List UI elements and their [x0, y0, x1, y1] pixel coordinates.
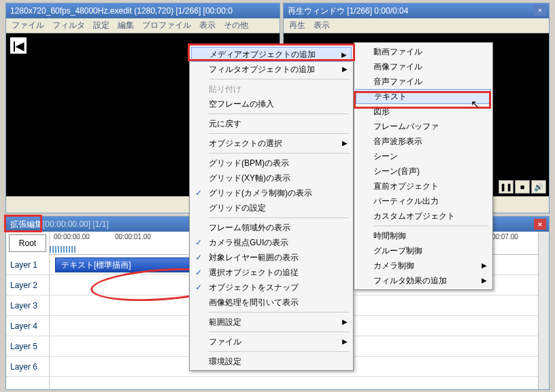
menu-view[interactable]: 表示: [199, 20, 216, 31]
submenu-media-object[interactable]: 動画ファイル画像ファイル音声ファイルテキスト図形フレームバッファ音声波形表示シー…: [354, 42, 493, 290]
submenu-item[interactable]: テキスト: [356, 89, 491, 104]
home-button[interactable]: |◀: [10, 37, 27, 54]
playback-titlebar: 再生ウィンドウ [1/266] 0:00/0:04 ×: [284, 3, 549, 18]
ctx-separator: [209, 113, 349, 114]
pb-menu-play[interactable]: 再生: [289, 20, 305, 31]
ctx-item[interactable]: 元に戻す: [191, 116, 352, 131]
submenu-item[interactable]: 動画ファイル: [356, 44, 491, 59]
check-icon: ✓: [195, 253, 205, 262]
stop-icon: ■: [520, 183, 525, 191]
home-icon: |◀: [13, 39, 24, 52]
submenu-item[interactable]: カスタムオブジェクト: [356, 209, 491, 224]
ctx-item[interactable]: 範囲設定▶: [191, 315, 352, 329]
submenu-item[interactable]: 音声ファイル: [356, 74, 491, 89]
ctx-separator: [209, 217, 349, 218]
menu-file[interactable]: ファイル: [12, 20, 44, 31]
pause-button[interactable]: ❚❚: [499, 180, 514, 194]
timeline-root-button[interactable]: Root: [9, 234, 46, 252]
layer-label-3[interactable]: Layer 3: [6, 296, 49, 316]
ctx-separator: [209, 312, 349, 313]
sound-icon: 🔊: [534, 183, 543, 192]
ctx-separator: [209, 133, 349, 134]
pause-icon: ❚❚: [500, 183, 512, 192]
submenu-item[interactable]: パーティクル出力: [356, 194, 491, 209]
ctx-item[interactable]: ファイル▶: [191, 334, 352, 349]
ctx-item[interactable]: オブジェクトをスナップ✓: [191, 280, 352, 295]
timeline-close-button[interactable]: ×: [534, 219, 546, 230]
chevron-right-icon: ▶: [341, 51, 347, 58]
menu-profile[interactable]: プロファイル: [142, 20, 191, 31]
sound-button[interactable]: 🔊: [531, 180, 546, 194]
ctx-item[interactable]: フィルタオブジェクトの追加▶: [191, 62, 352, 77]
ctx-item[interactable]: グリッド(BPM)の表示: [191, 156, 352, 171]
chevron-right-icon: ▶: [482, 277, 487, 284]
chevron-right-icon: ▶: [342, 65, 348, 73]
ctx-item[interactable]: 選択オブジェクトの追従✓: [191, 265, 352, 280]
ctx-item[interactable]: グリッドの設定: [191, 200, 352, 215]
main-title-text: 1280x720_60fps_48000Hz.exedit (1280,720)…: [10, 6, 233, 16]
pb-menu-view[interactable]: 表示: [314, 20, 330, 31]
submenu-item[interactable]: フレームバッファ: [356, 119, 491, 134]
submenu-item[interactable]: 図形: [356, 104, 491, 119]
submenu-item[interactable]: カメラ制御▶: [356, 258, 491, 273]
chevron-right-icon: ▶: [482, 262, 487, 269]
ctx-item[interactable]: 空フレームの挿入: [191, 96, 352, 111]
menu-other[interactable]: その他: [224, 20, 248, 31]
timeline-scrollbar-vertical[interactable]: [538, 232, 549, 389]
ruler-tick-0: 00:00:00.00: [54, 233, 90, 240]
playback-menubar: 再生 表示: [284, 18, 549, 33]
menu-filter[interactable]: フィルタ: [52, 20, 85, 31]
submenu-item[interactable]: 画像ファイル: [356, 59, 491, 74]
chevron-right-icon: ▶: [342, 338, 348, 345]
ctx-item[interactable]: 対象レイヤー範囲の表示✓: [191, 250, 352, 265]
playback-controls: ❚❚ ■ 🔊: [499, 180, 546, 194]
main-titlebar: 1280x720_60fps_48000Hz.exedit (1280,720)…: [6, 3, 280, 18]
ctx-separator: [209, 332, 349, 332]
main-menubar: ファイル フィルタ 設定 編集 プロファイル 表示 その他: [6, 18, 280, 33]
check-icon: ✓: [195, 188, 205, 198]
ctx-separator: [209, 153, 349, 154]
menu-edit[interactable]: 編集: [118, 20, 134, 31]
chevron-right-icon: ▶: [342, 139, 348, 147]
timeline-title-text: 拡張編集: [10, 219, 43, 230]
submenu-item[interactable]: 時間制御: [356, 228, 491, 243]
ctx-separator: [209, 79, 349, 79]
ctx-item[interactable]: 環境設定: [191, 354, 352, 369]
layer-label-4[interactable]: Layer 4: [6, 316, 49, 336]
menu-settings[interactable]: 設定: [93, 20, 110, 31]
ctx-item: 貼り付け: [191, 82, 352, 96]
clip-label: テキスト[標準描画]: [61, 260, 131, 271]
ctx-item[interactable]: グリッド(XY軸)の表示: [191, 171, 352, 185]
ctx-item[interactable]: グリッド(カメラ制御)の表示✓: [191, 185, 352, 200]
clip-text-object[interactable]: テキスト[標準描画]: [55, 257, 191, 272]
context-menu[interactable]: メディアオブジェクトの追加▶フィルタオブジェクトの追加▶貼り付け空フレームの挿入…: [189, 45, 354, 371]
submenu-item[interactable]: シーン(音声): [356, 164, 491, 179]
timeline-info: [00:00:00.00] [1/1]: [43, 219, 109, 229]
ctx-item[interactable]: フレーム領域外の表示: [191, 220, 352, 235]
ctx-item[interactable]: メディアオブジェクトの追加▶: [191, 47, 352, 62]
ctx-item[interactable]: 画像処理を間引いて表示: [191, 295, 352, 310]
playback-close-button[interactable]: ×: [534, 5, 546, 16]
submenu-item[interactable]: フィルタ効果の追加▶: [356, 273, 491, 288]
timeline-layer-column: Root Layer 1 Layer 2 Layer 3 Layer 4 Lay…: [6, 232, 50, 391]
check-icon: ✓: [195, 268, 205, 277]
layer-label-5[interactable]: Layer 5: [6, 336, 49, 357]
ctx-item[interactable]: カメラ視点GUIの表示✓: [191, 235, 352, 250]
layer-label-2[interactable]: Layer 2: [6, 275, 49, 296]
check-icon: ✓: [195, 238, 205, 247]
check-icon: ✓: [195, 283, 205, 292]
ctx-separator: [209, 351, 349, 352]
layer-label-1[interactable]: Layer 1: [6, 255, 49, 275]
root-label: Root: [19, 238, 36, 248]
submenu-item[interactable]: 音声波形表示: [356, 134, 491, 149]
chevron-right-icon: ▶: [342, 318, 348, 325]
submenu-item[interactable]: シーン: [356, 149, 491, 164]
submenu-item[interactable]: グループ制御: [356, 243, 491, 258]
playback-title-text: 再生ウィンドウ [1/266] 0:00/0:04: [288, 5, 408, 17]
submenu-separator: [373, 226, 488, 226]
ruler-tick-1: 00:00:01.00: [115, 233, 151, 240]
layer-label-6[interactable]: Layer 6: [6, 357, 49, 377]
ctx-item[interactable]: オブジェクトの選択▶: [191, 136, 352, 151]
stop-button[interactable]: ■: [515, 180, 530, 194]
submenu-item[interactable]: 直前オブジェクト: [356, 179, 491, 194]
